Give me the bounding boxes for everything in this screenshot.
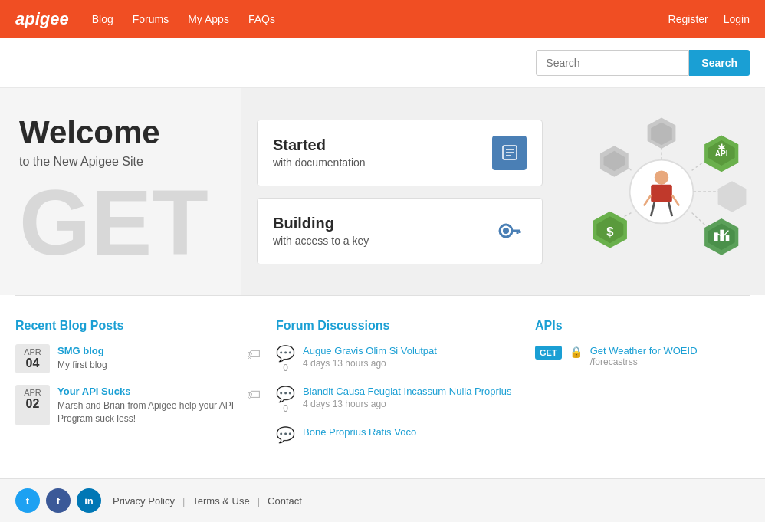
svg-point-5 [503, 228, 509, 234]
chat-icon-2: 💬 [276, 385, 295, 403]
privacy-policy-link[interactable]: Privacy Policy [113, 495, 175, 507]
blog-excerpt-2: Marsh and Brian from Apigee help your AP… [57, 399, 239, 425]
forum-count-3: 💬 [276, 425, 295, 444]
card1-sub: with documentation [273, 156, 366, 169]
footer: t f in Privacy Policy | Terms & Use | Co… [0, 478, 765, 522]
separator-1: | [182, 495, 185, 507]
api-item-1: GET 🔒 Get Weather for WOEID /forecastrss [535, 344, 750, 367]
svg-marker-28 [718, 181, 747, 212]
day-2: 02 [21, 397, 44, 411]
linkedin-link[interactable]: in [77, 488, 101, 513]
tag-icon-1: 🏷 [247, 346, 261, 373]
nav-blog[interactable]: Blog [92, 13, 113, 25]
hero-diagram: API ✱ $ [558, 88, 765, 295]
date-box-1: Apr 04 [15, 344, 50, 373]
chat-icon-1: 💬 [276, 344, 295, 363]
forum-link-1[interactable]: Augue Gravis Olim Si Volutpat [303, 345, 437, 356]
nav-myapps[interactable]: My Apps [188, 13, 229, 25]
card2-title: Building [273, 215, 369, 232]
blog-column: Recent Blog Posts Apr 04 SMG blog My fir… [15, 319, 261, 455]
key-icon [492, 214, 527, 248]
welcome-title: Welcome [19, 115, 222, 150]
blog-text-1: SMG blog My first blog [57, 344, 239, 373]
nav-links: Blog Forums My Apps FAQs [92, 13, 668, 25]
month-1: Apr [21, 347, 44, 356]
api-title-1[interactable]: Get Weather for WOEID [590, 345, 698, 356]
chat-icon-3: 💬 [276, 425, 295, 444]
footer-links: Privacy Policy | Terms & Use | Contact [113, 495, 302, 507]
svg-text:✱: ✱ [717, 142, 726, 153]
tag-icon-2: 🏷 [247, 387, 261, 425]
hero-section: Welcome to the New Apigee Site GET Start… [0, 88, 765, 295]
day-1: 04 [21, 356, 44, 370]
count-1: 0 [283, 363, 288, 373]
nav-faqs[interactable]: FAQs [248, 13, 275, 25]
api-diagram-svg: API ✱ $ [573, 107, 750, 276]
search-input[interactable] [536, 50, 689, 76]
get-text: GET [19, 176, 222, 268]
content-section: Recent Blog Posts Apr 04 SMG blog My fir… [0, 296, 765, 478]
forum-item-2: 💬 0 Blandit Causa Feugiat Incassum Nulla… [276, 385, 520, 414]
logo[interactable]: apigee [15, 9, 69, 29]
facebook-link[interactable]: f [46, 488, 71, 513]
hero-cards: Started with documentation Building with… [241, 88, 558, 295]
hero-left: Welcome to the New Apigee Site GET [0, 88, 241, 295]
svg-rect-33 [726, 235, 730, 241]
register-link[interactable]: Register [668, 13, 708, 25]
forum-link-3[interactable]: Bone Proprius Ratis Voco [303, 426, 416, 438]
forum-count-1: 💬 0 [276, 344, 295, 373]
date-box-2: Apr 02 [15, 385, 50, 425]
apis-column: APIs GET 🔒 Get Weather for WOEID /foreca… [535, 319, 750, 455]
api-endpoint-1: /forecastrss [590, 356, 698, 367]
forum-item-1: 💬 0 Augue Gravis Olim Si Volutpat 4 days… [276, 344, 520, 373]
navbar: apigee Blog Forums My Apps FAQs Register… [0, 0, 765, 38]
card-building[interactable]: Building with access to a key [257, 198, 543, 264]
svg-point-10 [655, 170, 668, 184]
search-bar: Search [0, 38, 765, 88]
lock-icon: 🔒 [570, 346, 583, 358]
get-badge: GET [535, 346, 562, 360]
blog-post-1: Apr 04 SMG blog My first blog 🏷 [15, 344, 261, 373]
svg-text:$: $ [606, 225, 613, 239]
forum-count-2: 💬 0 [276, 385, 295, 414]
apis-title: APIs [535, 319, 750, 333]
nav-auth: Register Login [668, 13, 750, 25]
blog-title-1[interactable]: SMG blog [57, 345, 104, 356]
blog-post-2: Apr 02 Your API Sucks Marsh and Brian fr… [15, 385, 261, 425]
social-icons: t f in [15, 488, 101, 513]
card1-title: Started [273, 136, 366, 154]
doc-icon [492, 136, 527, 170]
forum-title: Forum Discussions [276, 319, 520, 333]
blog-title-2[interactable]: Your API Sucks [57, 386, 130, 397]
welcome-sub: to the New Apigee Site [19, 155, 222, 169]
count-2: 0 [283, 403, 288, 414]
contact-link[interactable]: Contact [268, 495, 302, 507]
search-button[interactable]: Search [689, 50, 750, 76]
forum-link-2[interactable]: Blandit Causa Feugiat Incassum Nulla Pro… [303, 386, 511, 397]
forum-time-2: 4 days 13 hours ago [303, 399, 520, 409]
month-2: Apr [21, 388, 44, 397]
blog-title: Recent Blog Posts [15, 319, 261, 333]
blog-excerpt-1: My first blog [57, 359, 239, 372]
forum-time-1: 4 days 13 hours ago [303, 358, 520, 369]
svg-rect-11 [651, 185, 672, 202]
card-started[interactable]: Started with documentation [257, 120, 543, 186]
separator-2: | [258, 495, 260, 507]
forum-column: Forum Discussions 💬 0 Augue Gravis Olim … [276, 319, 520, 455]
forum-item-3: 💬 Bone Proprius Ratis Voco [276, 425, 520, 444]
twitter-link[interactable]: t [15, 488, 40, 513]
terms-link[interactable]: Terms & Use [192, 495, 249, 507]
card2-sub: with access to a key [273, 235, 369, 247]
login-link[interactable]: Login [724, 13, 750, 25]
blog-text-2: Your API Sucks Marsh and Brian from Apig… [57, 385, 239, 425]
nav-forums[interactable]: Forums [133, 13, 169, 25]
